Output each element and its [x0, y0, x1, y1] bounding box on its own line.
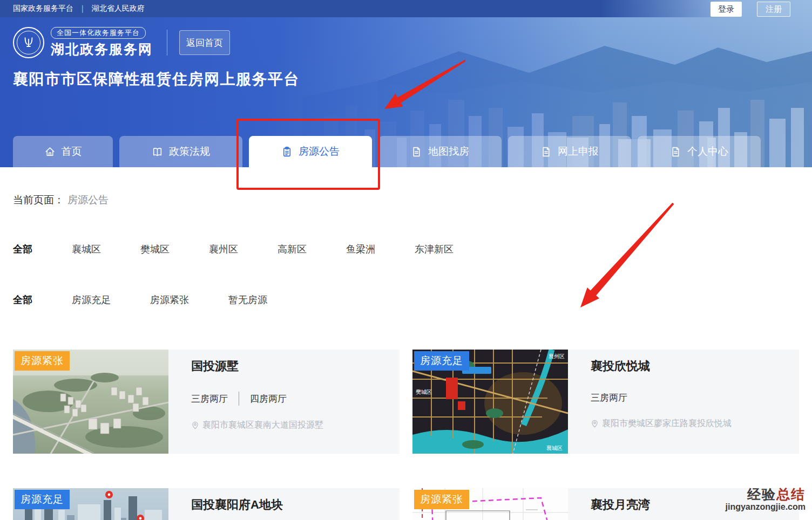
listing-card-xiangtou-xinyuecheng[interactable]: 襄州区 樊城区 襄城区 房源充足 襄投欣悦城 三房两厅: [412, 350, 799, 454]
room-type: 四房两厅: [250, 393, 287, 405]
district-filter-dongjin[interactable]: 东津新区: [415, 243, 454, 256]
district-filter-all[interactable]: 全部: [13, 243, 32, 256]
room-types: 三房两厅: [591, 392, 788, 404]
page: 国家政务服务平台 ｜ 湖北省人民政府 登录 注册: [0, 0, 812, 520]
watermark-text-2: 总结: [776, 487, 806, 502]
availability-filter-none[interactable]: 暂无房源: [228, 293, 267, 306]
breadcrumb: 当前页面：房源公告: [13, 193, 812, 207]
listing-photo: 房源紧张: [412, 488, 568, 520]
site-header: 国家政务服务平台 ｜ 湖北省人民政府 登录 注册: [0, 0, 812, 167]
watermark: 经验总结 jingyanzongjie.com: [726, 487, 806, 511]
auth-buttons: 登录 注册: [710, 2, 790, 17]
availability-filter-sufficient[interactable]: 房源充足: [72, 293, 111, 306]
platform-tag: 全国一体化政务服务平台: [51, 27, 146, 39]
map-label: 襄州区: [549, 353, 565, 359]
availability-filter-tight[interactable]: 房源紧张: [150, 293, 189, 306]
lyre-icon: [21, 35, 36, 50]
brand-divider: [167, 30, 167, 56]
tab-policies[interactable]: 政策法规: [119, 136, 242, 167]
clipboard-icon: [281, 146, 293, 158]
back-home-button[interactable]: 返回首页: [179, 30, 230, 55]
map-label: 襄城区: [546, 445, 563, 451]
main-nav: 首页 政策法规 房源公: [13, 136, 761, 167]
district-filter-fancheng[interactable]: 樊城区: [140, 243, 170, 256]
tab-housing-announcements[interactable]: 房源公告: [249, 136, 372, 167]
availability-badge: 房源紧张: [15, 351, 70, 371]
listing-info: 襄投欣悦城 三房两厅 襄阳市樊城区廖家庄路襄投欣悦城: [568, 350, 799, 454]
district-filter-xiangzhou[interactable]: 襄州区: [209, 243, 238, 256]
address-text: 襄阳市襄城区襄南大道国投源墅: [202, 420, 323, 431]
register-button[interactable]: 注册: [757, 2, 790, 17]
site-name: 湖北政务服务网: [51, 40, 153, 58]
top-bar-separator: ｜: [79, 4, 86, 13]
listing-title: 国投襄阳府A地块: [191, 497, 389, 513]
listing-info: 国投源墅 三房两厅 四房两厅 襄阳市襄城区襄南大道国投源: [168, 350, 400, 454]
listing-info: 国投襄阳府A地块: [168, 488, 400, 520]
document-icon: [670, 146, 681, 158]
document-icon: [540, 146, 552, 158]
tab-label: 政策法规: [169, 145, 210, 159]
availability-badge: 房源紧张: [414, 490, 469, 509]
room-type: 三房两厅: [591, 392, 627, 404]
room-type: 三房两厅: [191, 393, 228, 405]
tab-map-search[interactable]: 地图找房: [378, 136, 502, 167]
breadcrumb-label: 当前页面：: [13, 194, 64, 206]
district-filter-gaoxin[interactable]: 高新区: [278, 243, 307, 256]
listing-photo: 襄州区 樊城区 襄城区 房源充足: [412, 350, 568, 454]
listing-grid: 房源紧张 国投源墅 三房两厅 四房两厅: [13, 350, 799, 520]
location-pin-icon: [591, 420, 599, 428]
room-divider: [239, 392, 239, 406]
book-icon: [152, 146, 163, 158]
listing-title: 国投源墅: [191, 358, 389, 374]
home-icon: [44, 146, 56, 158]
listing-card-guotou-yuanshu[interactable]: 房源紧张 国投源墅 三房两厅 四房两厅: [13, 350, 400, 454]
login-button[interactable]: 登录: [710, 2, 742, 17]
top-bar-links: 国家政务服务平台 ｜ 湖北省人民政府: [13, 4, 145, 13]
brand-text: 全国一体化政务服务平台 湖北政务服务网: [51, 27, 153, 58]
watermark-url: jingyanzongjie.com: [726, 502, 806, 512]
link-national-platform[interactable]: 国家政务服务平台: [13, 4, 73, 13]
listing-photo: 房源紧张: [13, 350, 168, 454]
district-filter-xiangcheng[interactable]: 襄城区: [72, 243, 101, 256]
location-pin-icon: [191, 421, 199, 429]
listing-address: 襄阳市樊城区廖家庄路襄投欣悦城: [591, 418, 788, 429]
top-bar: 国家政务服务平台 ｜ 湖北省人民政府 登录 注册: [0, 0, 812, 17]
availability-badge: 房源充足: [414, 351, 469, 371]
tab-label: 首页: [62, 145, 82, 159]
tab-label: 地图找房: [428, 145, 469, 159]
district-filter: 全部 襄城区 樊城区 襄州区 高新区 鱼梁洲 东津新区: [13, 243, 812, 256]
availability-filter: 全部 房源充足 房源紧张 暂无房源: [13, 293, 812, 306]
page-title: 襄阳市市区保障性租赁住房网上服务平台: [13, 69, 300, 90]
tab-online-application[interactable]: 网上申报: [508, 136, 631, 167]
district-filter-yuliangzhou[interactable]: 鱼梁洲: [346, 243, 375, 256]
tab-label: 网上申报: [558, 145, 599, 159]
map-label: 樊城区: [416, 389, 432, 395]
link-hubei-gov[interactable]: 湖北省人民政府: [92, 4, 145, 13]
availability-filter-all[interactable]: 全部: [13, 293, 32, 306]
hubei-gov-logo: [13, 27, 44, 58]
listing-photo: 房源充足: [13, 488, 168, 520]
brand-row: 全国一体化政务服务平台 湖北政务服务网 返回首页: [13, 27, 230, 58]
tab-home[interactable]: 首页: [13, 136, 113, 167]
document-icon: [411, 146, 422, 158]
address-text: 襄阳市樊城区廖家庄路襄投欣悦城: [602, 418, 732, 429]
watermark-text-1: 经验: [747, 487, 776, 502]
availability-badge: 房源充足: [15, 490, 70, 509]
content-area: 当前页面：房源公告 全部 襄城区 樊城区 襄州区 高新区 鱼梁洲 东津新区 全部…: [0, 193, 812, 520]
tab-label: 房源公告: [299, 145, 340, 159]
tab-label: 个人中心: [687, 145, 728, 159]
listing-address: 襄阳市襄城区襄南大道国投源墅: [191, 420, 389, 431]
tab-personal-center[interactable]: 个人中心: [638, 136, 761, 167]
breadcrumb-current: 房源公告: [67, 194, 109, 206]
listing-title: 襄投欣悦城: [591, 358, 788, 374]
room-types: 三房两厅 四房两厅: [191, 392, 389, 406]
listing-card-guotou-xiangyangfu-a[interactable]: 房源充足 国投襄阳府A地块: [13, 488, 400, 520]
